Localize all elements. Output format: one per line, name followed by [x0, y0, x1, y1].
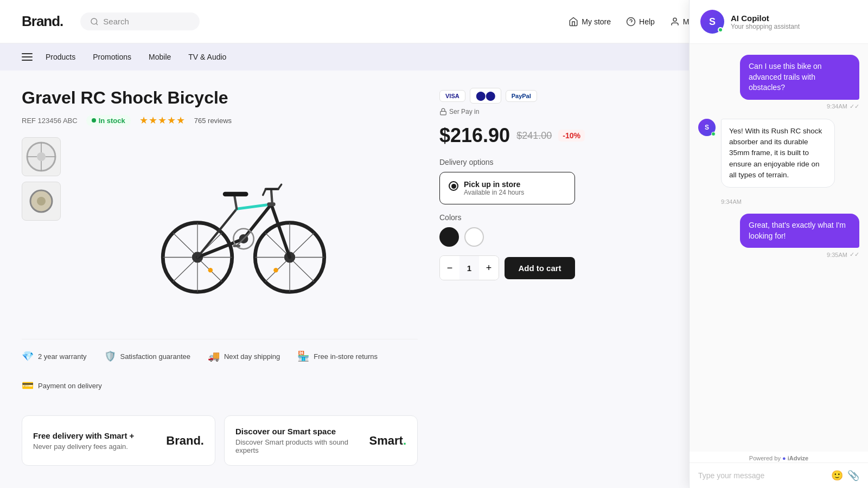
benefit-warranty-label: 2 year warranty	[38, 352, 87, 361]
svg-line-39	[271, 204, 290, 257]
payment-methods: VISA ⬤⬤ PayPal Ser Pay in	[439, 88, 575, 115]
promo-cards: Free delivery with Smart + Never pay del…	[22, 415, 418, 466]
pickup-text: Pick up in store Available in 24 hours	[464, 180, 524, 196]
ai-message-input[interactable]	[698, 471, 827, 480]
nav-links: Products Promotions Mobile TV & Audio	[46, 53, 226, 61]
thumbnail-2[interactable]	[22, 182, 61, 221]
promo-card-2-subtitle: Discover Smart products with sound exper…	[235, 438, 369, 454]
svg-line-44	[271, 190, 272, 203]
brand-logo[interactable]: Brand.	[22, 13, 63, 30]
product-section: Gravel RC Shock Bicycle REF 123456 ABC I…	[22, 88, 418, 466]
svg-point-4	[673, 18, 676, 21]
read-icon: ✓✓	[850, 103, 859, 110]
pickup-title: Pick up in store	[464, 180, 524, 189]
emoji-icon[interactable]: 🙂	[831, 470, 843, 481]
colors-section: Colors	[439, 213, 575, 247]
promo-card-2[interactable]: Discover our Smart space Discover Smart …	[224, 415, 418, 466]
qty-increase-button[interactable]: +	[479, 256, 499, 280]
payment-paypal: PayPal	[506, 90, 537, 102]
promo-card-1-brand: Brand.	[166, 434, 204, 448]
nav-promotions[interactable]: Promotions	[93, 53, 131, 61]
svg-point-8	[37, 152, 46, 161]
nav-tv-audio[interactable]: TV & Audio	[188, 53, 226, 61]
svg-line-42	[234, 195, 237, 209]
thumbnail-1[interactable]	[22, 137, 61, 176]
delivery-label: Delivery options	[439, 158, 575, 166]
promo-card-1-title: Free delivery with Smart +	[33, 431, 134, 440]
powered-by-brand: ● iAdvize	[782, 455, 808, 461]
stock-badge: In stock	[86, 115, 131, 126]
help-nav[interactable]: Help	[626, 17, 655, 27]
satisfaction-icon: 🛡️	[104, 350, 116, 362]
svg-line-21	[173, 233, 194, 253]
promo-card-1[interactable]: Free delivery with Smart + Never pay del…	[22, 415, 215, 466]
user-message-2-time: 9:35AM ✓✓	[827, 251, 859, 258]
bot-message-1-row: S Yes! With its Rush RC shock absorber a…	[698, 119, 859, 188]
svg-line-49	[237, 232, 251, 246]
svg-rect-50	[233, 245, 240, 247]
bot-message-1-time: 9:34AM	[721, 198, 859, 205]
search-label: Search	[103, 17, 129, 26]
promo-card-2-brand: Smart.	[369, 434, 406, 448]
reviews-count: 765 reviews	[194, 117, 232, 125]
search-icon	[90, 17, 99, 26]
bot-online-sm	[711, 132, 716, 136]
price-row: $216.90 $241.00 -10%	[439, 124, 575, 147]
product-title: Gravel RC Shock Bicycle	[22, 88, 418, 108]
promo-card-1-subtitle: Never pay delivery fees again.	[33, 442, 134, 451]
pay-in-label: Ser Pay in	[439, 108, 479, 115]
read-icon-2: ✓✓	[850, 251, 859, 258]
benefit-returns-label: Free in-store returns	[314, 352, 378, 361]
promo-card-2-content: Discover our Smart space Discover Smart …	[235, 427, 369, 454]
product-right-panel: VISA ⬤⬤ PayPal Ser Pay in $216.90 $241.0…	[439, 88, 575, 466]
qty-value: 1	[459, 264, 479, 273]
bot-avatar-sm: S	[698, 119, 716, 136]
benefit-shipping: 🚚 Next day shipping	[208, 350, 280, 362]
powered-by: Powered by ● iAdvize	[690, 452, 868, 463]
account-icon	[670, 17, 680, 27]
user-message-1-time: 9:34AM ✓✓	[827, 103, 859, 110]
old-price: $241.00	[516, 130, 552, 142]
cart-row: − 1 + Add to cart	[439, 255, 575, 280]
warranty-icon: 💎	[22, 350, 34, 362]
benefits-bar: 💎 2 year warranty 🛡️ Satisfaction guaran…	[22, 339, 418, 402]
bot-message-1: Yes! With its Rush RC shock absorber and…	[721, 119, 835, 188]
product-stars: ★★★★★	[139, 114, 186, 126]
color-black[interactable]	[439, 227, 459, 247]
pickup-option[interactable]: Pick up in store Available in 24 hours	[439, 172, 575, 204]
ai-messages: Can I use this bike on advanced trails w…	[690, 70, 868, 452]
current-price: $216.90	[439, 124, 510, 147]
colors-label: Colors	[439, 213, 575, 222]
radio-inner	[451, 184, 456, 189]
svg-line-1	[96, 23, 98, 25]
hamburger-menu[interactable]	[22, 53, 33, 61]
shipping-icon: 🚚	[208, 350, 220, 362]
attach-icon[interactable]: 📎	[847, 470, 859, 481]
svg-point-52	[273, 268, 278, 273]
benefit-shipping-label: Next day shipping	[224, 352, 280, 361]
thumbnails	[22, 137, 61, 322]
pickup-radio[interactable]	[449, 181, 458, 191]
ai-copilot-panel: S AI Copilot Your shopping assistant Can…	[689, 70, 868, 483]
benefit-satisfaction: 🛡️ Satisfaction guarantee	[104, 350, 190, 362]
user-message-2: Great, that's exactly what I'm looking f…	[740, 214, 859, 248]
qty-decrease-button[interactable]: −	[440, 256, 459, 280]
search-bar[interactable]: Search	[80, 12, 200, 30]
returns-icon: 🏪	[297, 350, 309, 362]
add-to-cart-button[interactable]: Add to cart	[505, 257, 575, 279]
my-store-nav[interactable]: My store	[569, 17, 611, 27]
color-white[interactable]	[464, 227, 484, 247]
main-product-image	[69, 137, 418, 322]
svg-rect-43	[223, 191, 248, 196]
payment-visa: VISA	[439, 90, 465, 102]
svg-line-37	[244, 204, 271, 239]
promo-card-2-title: Discover our Smart space	[235, 427, 369, 436]
user-message-1: Can I use this bike on advanced trails w…	[740, 70, 859, 100]
nav-products[interactable]: Products	[46, 53, 75, 61]
product-ref: REF 123456 ABC	[22, 117, 78, 125]
nav-mobile[interactable]: Mobile	[149, 53, 171, 61]
svg-point-14	[37, 197, 46, 206]
store-icon	[569, 17, 578, 27]
benefit-returns: 🏪 Free in-store returns	[297, 350, 378, 362]
ai-input-area: 🙂 📎	[690, 463, 868, 483]
